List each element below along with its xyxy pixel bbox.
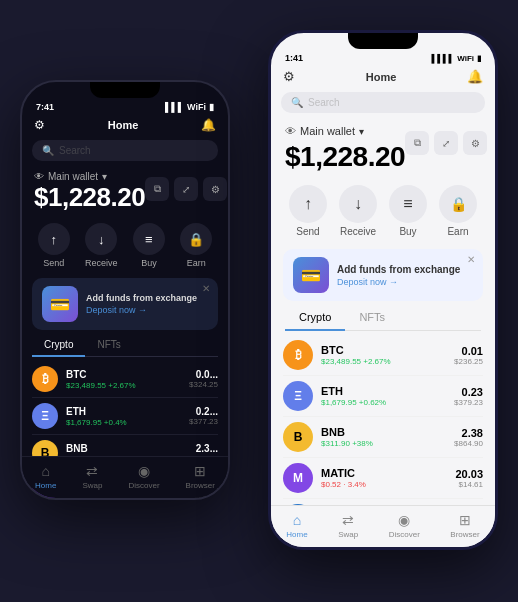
dark-wallet-controls: ⧉ ⤢ ⚙ [145,177,227,201]
light-matic-usd: $14.61 [455,480,483,489]
dark-phone: 7:41 ▌▌▌ WiFi ▮ ⚙ Home 🔔 🔍 Search 👁 Main… [20,80,230,500]
dark-time: 7:41 [36,102,54,112]
light-tab-crypto[interactable]: Crypto [285,305,345,331]
light-expand-btn[interactable]: ⤢ [434,131,458,155]
dark-earn-label: Earn [187,258,206,268]
dark-search-icon: 🔍 [42,145,54,156]
dark-notification-icon[interactable]: 🔔 [201,118,216,132]
dark-swap-icon: ⇄ [86,463,98,479]
dark-discover-label: Discover [128,481,159,490]
dark-banner-link[interactable]: Deposit now → [86,305,197,315]
light-copy-btn[interactable]: ⧉ [405,131,429,155]
dark-expand-btn[interactable]: ⤢ [174,177,198,201]
light-home-icon: ⌂ [293,512,301,528]
light-banner-close[interactable]: ✕ [467,254,475,265]
light-wallet-header-row: 👁 Main wallet ▾ $1,228.20 ⧉ ⤢ ⚙ [285,125,481,173]
light-nav-home[interactable]: ⌂ Home [286,512,307,539]
light-eth-amount: 0.23 $379.23 [454,386,483,407]
light-home-label: Home [286,530,307,539]
dark-send-btn[interactable]: ↑ Send [38,223,70,268]
dark-status-bar: 7:41 ▌▌▌ WiFi ▮ [22,98,228,114]
dark-copy-btn[interactable]: ⧉ [145,177,169,201]
light-nav-browser[interactable]: ⊞ Browser [450,512,479,539]
dark-nav-browser[interactable]: ⊞ Browser [186,463,215,490]
light-notification-icon[interactable]: 🔔 [467,69,483,84]
dark-btc-icon: ₿ [32,366,58,392]
light-send-btn[interactable]: ↑ Send [289,185,327,237]
light-buy-btn[interactable]: ≡ Buy [389,185,427,237]
light-status-bar: 1:41 ▌▌▌▌ WiFi ▮ [271,49,495,65]
dark-bnb-name: BNB [66,443,189,454]
light-receive-label: Receive [340,226,376,237]
light-app-header: ⚙ Home 🔔 [271,65,495,88]
light-eth-val: 0.23 [454,386,483,398]
light-bnb-price: $311.90 +38% [321,439,454,448]
light-tab-nfts[interactable]: NFTs [345,305,399,330]
light-bnb-val: 2.38 [454,427,483,439]
light-send-icon: ↑ [289,185,327,223]
dark-nav-discover[interactable]: ◉ Discover [128,463,159,490]
dark-eth-name: ETH [66,406,189,417]
dark-buy-btn[interactable]: ≡ Buy [133,223,165,268]
dark-eye-icon[interactable]: 👁 [34,171,44,182]
dark-settings-icon[interactable]: ⚙ [34,118,45,132]
dark-settings-wallet-btn[interactable]: ⚙ [203,177,227,201]
light-wallet-dropdown[interactable]: ▾ [359,126,364,137]
light-settings-icon[interactable]: ⚙ [283,69,295,84]
dark-banner: 💳 Add funds from exchange Deposit now → … [32,278,218,330]
dark-nav-swap[interactable]: ⇄ Swap [82,463,102,490]
dark-header-title: Home [45,119,201,131]
light-wallet-section: 👁 Main wallet ▾ $1,228.20 ⧉ ⤢ ⚙ [271,117,495,177]
dark-home-icon: ⌂ [41,463,49,479]
dark-bnb-val: 2.3... [189,443,218,454]
dark-banner-text: Add funds from exchange Deposit now → [86,293,197,315]
light-wallet-label-row: 👁 Main wallet ▾ $1,228.20 [285,125,405,173]
light-crypto-btc[interactable]: ₿ BTC $23,489.55 +2.67% 0.01 $236.25 [283,335,483,376]
light-status-icons: ▌▌▌▌ WiFi ▮ [432,54,481,63]
dark-crypto-btc[interactable]: ₿ BTC $23,489.55 +2.67% 0.0... $324.25 [32,361,218,398]
dark-discover-icon: ◉ [138,463,150,479]
light-search-bar[interactable]: 🔍 Search [281,92,485,113]
dark-wallet-dropdown[interactable]: ▾ [102,171,107,182]
light-btc-amount: 0.01 $236.25 [454,345,483,366]
light-btc-info: BTC $23,489.55 +2.67% [321,344,454,366]
light-eye-icon[interactable]: 👁 [285,125,296,137]
light-earn-btn[interactable]: 🔒 Earn [439,185,477,237]
dark-btc-name: BTC [66,369,189,380]
light-buy-icon: ≡ [389,185,427,223]
light-matic-price: $0.52 · 3.4% [321,480,455,489]
light-nav-swap[interactable]: ⇄ Swap [338,512,358,539]
dark-wallet-label-row: 👁 Main wallet ▾ $1,228.20 [34,171,145,213]
light-banner-link[interactable]: Deposit now → [337,277,460,287]
dark-receive-btn[interactable]: ↓ Receive [85,223,118,268]
dark-tab-nfts[interactable]: NFTs [85,334,132,356]
dark-earn-btn[interactable]: 🔒 Earn [180,223,212,268]
dark-eth-info: ETH $1,679.95 +0.4% [66,406,189,427]
dark-tab-crypto[interactable]: Crypto [32,334,85,357]
light-wallet-label: 👁 Main wallet ▾ [285,125,405,137]
light-signal-icon: ▌▌▌▌ [432,54,455,63]
dark-crypto-eth[interactable]: Ξ ETH $1,679.95 +0.4% 0.2... $377.23 [32,398,218,435]
dark-banner-img: 💳 [42,286,78,322]
light-crypto-bnb[interactable]: B BNB $311.90 +38% 2.38 $864.90 [283,417,483,458]
light-nav-discover[interactable]: ◉ Discover [389,512,420,539]
light-crypto-matic[interactable]: M MATIC $0.52 · 3.4% 20.03 $14.61 [283,458,483,499]
light-earn-label: Earn [447,226,468,237]
dark-banner-close[interactable]: ✕ [202,283,210,294]
light-crypto-eth[interactable]: Ξ ETH $1,679.95 +0.62% 0.23 $379.23 [283,376,483,417]
light-eth-info: ETH $1,679.95 +0.62% [321,385,454,407]
light-receive-btn[interactable]: ↓ Receive [339,185,377,237]
light-swap-icon: ⇄ [342,512,354,528]
dark-nav-home[interactable]: ⌂ Home [35,463,56,490]
light-notch [348,33,418,49]
light-eth-name: ETH [321,385,454,397]
dark-search-bar[interactable]: 🔍 Search [32,140,218,161]
light-bnb-icon: B [283,422,313,452]
light-settings-wallet-btn[interactable]: ⚙ [463,131,487,155]
dark-banner-title: Add funds from exchange [86,293,197,303]
light-action-buttons: ↑ Send ↓ Receive ≡ Buy 🔒 Earn [271,177,495,245]
dark-btc-amount: 0.0... $324.25 [189,369,218,389]
dark-buy-label: Buy [141,258,157,268]
light-send-label: Send [296,226,319,237]
light-discover-icon: ◉ [398,512,410,528]
